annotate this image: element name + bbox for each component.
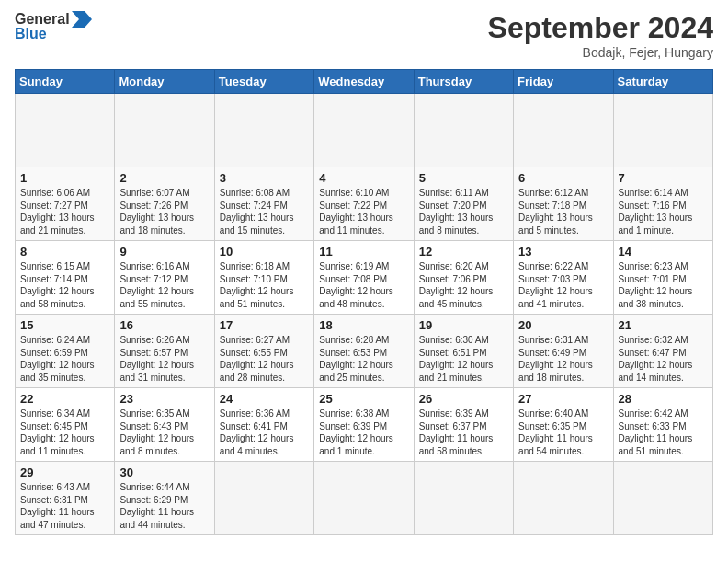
col-friday: Friday	[514, 70, 613, 94]
day-number: 1	[20, 171, 109, 185]
day-number: 4	[319, 171, 408, 185]
day-number: 24	[220, 392, 309, 406]
cell-4-5: 27Sunrise: 6:40 AM Sunset: 6:35 PM Dayli…	[514, 388, 613, 462]
day-number: 20	[518, 318, 608, 332]
cell-data: Sunrise: 6:10 AM Sunset: 7:22 PM Dayligh…	[319, 187, 408, 236]
cell-0-3	[314, 94, 414, 167]
cell-1-2: 3Sunrise: 6:08 AM Sunset: 7:24 PM Daylig…	[214, 167, 313, 241]
cell-data: Sunrise: 6:06 AM Sunset: 7:27 PM Dayligh…	[20, 187, 109, 236]
cell-data: Sunrise: 6:38 AM Sunset: 6:39 PM Dayligh…	[319, 408, 408, 457]
day-number: 8	[20, 245, 109, 259]
cell-5-3	[314, 462, 414, 535]
cell-data: Sunrise: 6:15 AM Sunset: 7:14 PM Dayligh…	[20, 260, 109, 310]
cell-3-5: 20Sunrise: 6:31 AM Sunset: 6:49 PM Dayli…	[514, 315, 613, 388]
day-number: 9	[119, 245, 209, 259]
cell-data: Sunrise: 6:42 AM Sunset: 6:33 PM Dayligh…	[619, 408, 708, 457]
day-number: 25	[319, 392, 408, 406]
cell-1-1: 2Sunrise: 6:07 AM Sunset: 7:26 PM Daylig…	[115, 167, 214, 241]
logo-blue: Blue	[15, 26, 92, 42]
week-row-0	[16, 94, 713, 167]
calendar-table: Sunday Monday Tuesday Wednesday Thursday…	[15, 69, 713, 535]
col-thursday: Thursday	[414, 70, 513, 94]
day-number: 10	[220, 245, 309, 259]
day-number: 18	[319, 318, 408, 332]
month-title: September 2024	[488, 11, 713, 45]
cell-2-1: 9Sunrise: 6:16 AM Sunset: 7:12 PM Daylig…	[115, 241, 214, 315]
day-number: 23	[119, 392, 209, 406]
page-container: General Blue September 2024 Bodajk, Feje…	[0, 0, 728, 543]
cell-1-6: 7Sunrise: 6:14 AM Sunset: 7:16 PM Daylig…	[613, 167, 712, 241]
day-number: 27	[518, 392, 608, 406]
week-row-4: 22Sunrise: 6:34 AM Sunset: 6:45 PM Dayli…	[16, 388, 713, 462]
day-number: 26	[419, 392, 508, 406]
day-number: 3	[220, 171, 309, 185]
cell-data: Sunrise: 6:18 AM Sunset: 7:10 PM Dayligh…	[220, 260, 309, 310]
cell-0-1	[115, 94, 214, 167]
day-number: 29	[20, 465, 109, 479]
cell-data: Sunrise: 6:31 AM Sunset: 6:49 PM Dayligh…	[518, 334, 608, 384]
day-number: 5	[419, 171, 508, 185]
cell-data: Sunrise: 6:22 AM Sunset: 7:03 PM Dayligh…	[518, 260, 608, 310]
cell-5-1: 30Sunrise: 6:44 AM Sunset: 6:29 PM Dayli…	[115, 462, 214, 535]
cell-2-2: 10Sunrise: 6:18 AM Sunset: 7:10 PM Dayli…	[214, 241, 313, 315]
cell-0-5	[514, 94, 613, 167]
cell-data: Sunrise: 6:07 AM Sunset: 7:26 PM Dayligh…	[119, 187, 209, 236]
cell-data: Sunrise: 6:12 AM Sunset: 7:18 PM Dayligh…	[518, 187, 608, 236]
cell-5-6	[613, 462, 712, 535]
cell-2-6: 14Sunrise: 6:23 AM Sunset: 7:01 PM Dayli…	[613, 241, 712, 315]
cell-data: Sunrise: 6:14 AM Sunset: 7:16 PM Dayligh…	[619, 187, 708, 236]
cell-data: Sunrise: 6:35 AM Sunset: 6:43 PM Dayligh…	[119, 408, 209, 457]
cell-4-0: 22Sunrise: 6:34 AM Sunset: 6:45 PM Dayli…	[16, 388, 115, 462]
cell-2-5: 13Sunrise: 6:22 AM Sunset: 7:03 PM Dayli…	[514, 241, 613, 315]
col-wednesday: Wednesday	[314, 70, 414, 94]
cell-data: Sunrise: 6:26 AM Sunset: 6:57 PM Dayligh…	[119, 334, 209, 384]
title-block: September 2024 Bodajk, Fejer, Hungary	[488, 11, 713, 60]
day-number: 28	[619, 392, 708, 406]
cell-4-6: 28Sunrise: 6:42 AM Sunset: 6:33 PM Dayli…	[613, 388, 712, 462]
day-number: 2	[119, 171, 209, 185]
col-tuesday: Tuesday	[214, 70, 313, 94]
cell-1-4: 5Sunrise: 6:11 AM Sunset: 7:20 PM Daylig…	[414, 167, 513, 241]
cell-data: Sunrise: 6:24 AM Sunset: 6:59 PM Dayligh…	[20, 334, 109, 384]
cell-data: Sunrise: 6:44 AM Sunset: 6:29 PM Dayligh…	[119, 481, 209, 531]
cell-4-4: 26Sunrise: 6:39 AM Sunset: 6:37 PM Dayli…	[414, 388, 513, 462]
cell-1-0: 1Sunrise: 6:06 AM Sunset: 7:27 PM Daylig…	[16, 167, 115, 241]
cell-data: Sunrise: 6:32 AM Sunset: 6:47 PM Dayligh…	[619, 334, 708, 384]
cell-3-3: 18Sunrise: 6:28 AM Sunset: 6:53 PM Dayli…	[314, 315, 414, 388]
logo: General Blue	[15, 11, 92, 42]
day-number: 19	[419, 318, 508, 332]
day-number: 15	[20, 318, 109, 332]
cell-data: Sunrise: 6:20 AM Sunset: 7:06 PM Dayligh…	[419, 260, 508, 310]
cell-1-5: 6Sunrise: 6:12 AM Sunset: 7:18 PM Daylig…	[514, 167, 613, 241]
cell-data: Sunrise: 6:43 AM Sunset: 6:31 PM Dayligh…	[20, 481, 109, 531]
cell-4-2: 24Sunrise: 6:36 AM Sunset: 6:41 PM Dayli…	[214, 388, 313, 462]
day-number: 6	[518, 171, 608, 185]
day-number: 7	[619, 171, 708, 185]
cell-data: Sunrise: 6:11 AM Sunset: 7:20 PM Dayligh…	[419, 187, 508, 236]
day-number: 13	[518, 245, 608, 259]
cell-data: Sunrise: 6:34 AM Sunset: 6:45 PM Dayligh…	[20, 408, 109, 457]
day-number: 12	[419, 245, 508, 259]
week-row-3: 15Sunrise: 6:24 AM Sunset: 6:59 PM Dayli…	[16, 315, 713, 388]
cell-data: Sunrise: 6:27 AM Sunset: 6:55 PM Dayligh…	[220, 334, 309, 384]
cell-0-4	[414, 94, 513, 167]
cell-5-5	[514, 462, 613, 535]
cell-data: Sunrise: 6:08 AM Sunset: 7:24 PM Dayligh…	[220, 187, 309, 236]
cell-data: Sunrise: 6:36 AM Sunset: 6:41 PM Dayligh…	[220, 408, 309, 457]
cell-4-3: 25Sunrise: 6:38 AM Sunset: 6:39 PM Dayli…	[314, 388, 414, 462]
cell-0-2	[214, 94, 313, 167]
cell-data: Sunrise: 6:19 AM Sunset: 7:08 PM Dayligh…	[319, 260, 408, 310]
cell-3-4: 19Sunrise: 6:30 AM Sunset: 6:51 PM Dayli…	[414, 315, 513, 388]
col-sunday: Sunday	[16, 70, 115, 94]
cell-data: Sunrise: 6:23 AM Sunset: 7:01 PM Dayligh…	[619, 260, 708, 310]
location: Bodajk, Fejer, Hungary	[488, 45, 713, 60]
cell-2-3: 11Sunrise: 6:19 AM Sunset: 7:08 PM Dayli…	[314, 241, 414, 315]
day-number: 16	[119, 318, 209, 332]
day-number: 21	[619, 318, 708, 332]
cell-data: Sunrise: 6:40 AM Sunset: 6:35 PM Dayligh…	[518, 408, 608, 457]
cell-5-2	[214, 462, 313, 535]
cell-data: Sunrise: 6:16 AM Sunset: 7:12 PM Dayligh…	[119, 260, 209, 310]
day-number: 17	[220, 318, 309, 332]
cell-1-3: 4Sunrise: 6:10 AM Sunset: 7:22 PM Daylig…	[314, 167, 414, 241]
cell-data: Sunrise: 6:28 AM Sunset: 6:53 PM Dayligh…	[319, 334, 408, 384]
